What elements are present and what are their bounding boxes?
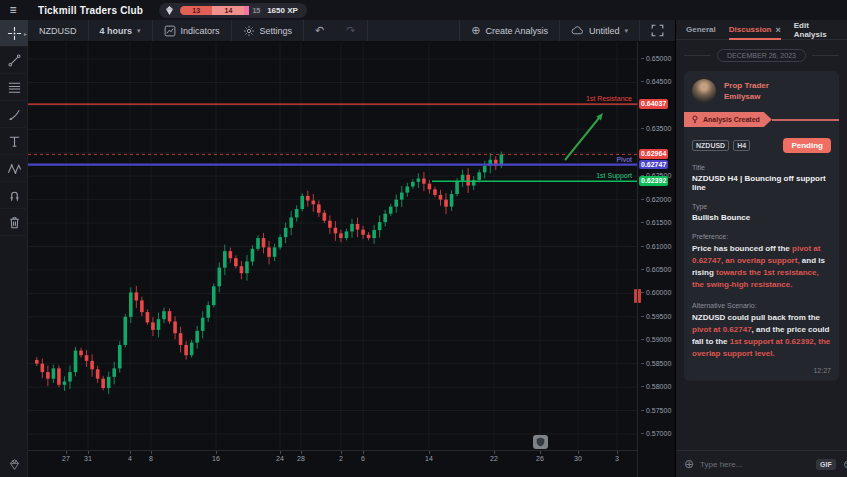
tab-edit-analysis[interactable]: Edit Analysis	[794, 20, 837, 39]
xp-progress-bar: 13 14 15	[180, 6, 262, 15]
candlestick-layer	[35, 152, 503, 395]
trend-line-icon	[7, 53, 22, 68]
drawing-tools-sidebar: ▸	[0, 20, 28, 477]
alt-scenario-label: Alternative Scenario:	[692, 302, 831, 309]
analysis-created-ribbon: Analysis Created	[684, 112, 772, 127]
message-input[interactable]	[700, 460, 810, 469]
xabcd-pattern-icon	[7, 161, 22, 176]
undo-button[interactable]: ↶	[304, 20, 335, 41]
brush-tool[interactable]	[0, 101, 28, 128]
price-tick-label: 0.60000	[641, 289, 671, 296]
discussion-feed[interactable]: DECEMBER 26, 2023 Prop Trader Emilysaw A…	[676, 40, 847, 450]
xabcd-pattern-tool[interactable]	[0, 155, 28, 182]
price-tick-label: 0.63500	[641, 125, 671, 132]
settings-button[interactable]: Settings	[232, 20, 305, 41]
price-level-axis-label: 0.64037	[639, 99, 668, 109]
text-icon	[7, 134, 22, 149]
time-tick-label: 14	[425, 455, 433, 462]
indicators-label: Indicators	[181, 26, 220, 36]
price-tick-label: 0.61500	[641, 219, 671, 226]
rewards-gem-icon[interactable]	[0, 458, 28, 471]
redo-button[interactable]: ↷	[335, 20, 367, 41]
gem-icon	[164, 5, 175, 16]
attach-plus-icon[interactable]: ⊕	[684, 458, 694, 470]
timeframe-label: 4 hours	[100, 26, 133, 36]
crosshair-tool[interactable]: ▸	[0, 20, 28, 47]
price-tick-label: 0.59500	[641, 313, 671, 320]
remove-drawings-tool[interactable]	[0, 209, 28, 236]
price-tick-label: 0.61000	[641, 243, 671, 250]
message-input-bar: ⊕ GIF ☺	[676, 450, 847, 477]
price-tick-label: 0.60500	[641, 266, 671, 273]
symbol-button[interactable]: NZDUSD	[28, 20, 89, 41]
price-tick-label: 0.58500	[641, 360, 671, 367]
price-level-axis-label: 0.62747	[639, 160, 668, 170]
pending-status-button[interactable]: Pending	[783, 138, 831, 153]
time-tick-label: 6	[361, 455, 365, 462]
timeframe-dropdown[interactable]: 4 hours ▾	[89, 20, 153, 41]
undo-icon: ↶	[315, 24, 324, 37]
menu-icon[interactable]: ≡	[0, 3, 26, 17]
toolbar-right-group: ⊕ Create Analysis Untitled ▾	[459, 20, 675, 41]
price-tick-label: 0.57000	[641, 430, 671, 437]
price-tick-label: 0.59000	[641, 336, 671, 343]
author-name[interactable]: Emilysaw	[724, 91, 769, 102]
preference-text: Price has bounced off the pivot at 0.627…	[692, 243, 831, 291]
xp-total-label: 1650 XP	[267, 6, 298, 15]
level-label: Pivot	[616, 156, 632, 163]
time-tick-label: 26	[536, 455, 544, 462]
analysis-message-card: Prop Trader Emilysaw Analysis Created NZ…	[684, 71, 839, 381]
price-tick-label: 0.57500	[641, 407, 671, 414]
time-tick-label: 28	[297, 455, 305, 462]
layout-name-label: Untitled	[589, 26, 620, 36]
fullscreen-icon	[651, 24, 664, 37]
gif-button[interactable]: GIF	[816, 459, 836, 470]
fib-retracement-tool[interactable]	[0, 74, 28, 101]
fullscreen-button[interactable]	[640, 20, 675, 41]
time-tick-label: 3	[615, 455, 619, 462]
time-tick-label: 22	[490, 455, 498, 462]
indicators-button[interactable]: Indicators	[153, 20, 232, 41]
create-analysis-button[interactable]: ⊕ Create Analysis	[460, 20, 560, 41]
candlestick-chart[interactable]: 1st ResistancePivot1st Support 0.650000.…	[28, 42, 675, 477]
price-axis[interactable]: 0.650000.645000.635000.625000.620000.615…	[637, 42, 675, 477]
plus-circle-icon: ⊕	[471, 25, 480, 36]
price-tick-label: 0.58000	[641, 383, 671, 390]
level-label: 1st Resistance	[586, 95, 632, 102]
message-author: Prop Trader Emilysaw	[692, 79, 831, 103]
time-tick-label: 16	[212, 455, 220, 462]
settings-label: Settings	[260, 26, 293, 36]
top-header: ≡ Tickmill Traders Club 13 14 15 1650 XP	[0, 0, 847, 20]
emoji-button[interactable]: ☺	[842, 458, 847, 470]
layout-dropdown[interactable]: Untitled ▾	[560, 20, 640, 41]
indicators-icon	[164, 25, 176, 37]
chart-plot-area[interactable]: 1st ResistancePivot1st Support	[28, 42, 637, 450]
magnet-tool[interactable]	[0, 182, 28, 209]
chevron-down-icon: ▾	[137, 27, 141, 35]
chevron-down-icon: ▾	[624, 27, 628, 35]
avatar	[692, 79, 716, 103]
tool-expand-arrow[interactable]: ▸	[24, 30, 27, 37]
date-divider: DECEMBER 26, 2023	[684, 49, 839, 62]
tab-discussion[interactable]: Discussion ×	[729, 20, 781, 39]
time-tick-label: 30	[574, 455, 582, 462]
price-level-axis-label: 0.62392	[639, 176, 668, 186]
broker-watermark-icon	[533, 435, 548, 449]
text-tool[interactable]	[0, 128, 28, 155]
time-axis[interactable]: 27314816242826142226303	[28, 450, 637, 467]
xp-level-current: 13	[180, 6, 212, 15]
event-ribbon-row: Analysis Created	[684, 112, 839, 127]
analysis-panel: General Discussion × Edit Analysis DECEM…	[675, 20, 847, 477]
tab-general[interactable]: General	[686, 20, 716, 39]
trend-line-tool[interactable]	[0, 47, 28, 74]
author-role: Prop Trader	[724, 80, 769, 91]
time-tick-label: 4	[128, 455, 132, 462]
close-discussion-icon[interactable]: ×	[775, 25, 780, 35]
time-tick-label: 31	[84, 455, 92, 462]
price-tick-label: 0.65000	[641, 55, 671, 62]
projection-arrow[interactable]	[565, 118, 599, 160]
level-label: 1st Support	[596, 172, 632, 180]
redo-icon: ↷	[346, 24, 355, 37]
price-level-axis-label: 0.62964	[639, 149, 668, 159]
symbol-tag: NZDUSD	[692, 140, 729, 151]
